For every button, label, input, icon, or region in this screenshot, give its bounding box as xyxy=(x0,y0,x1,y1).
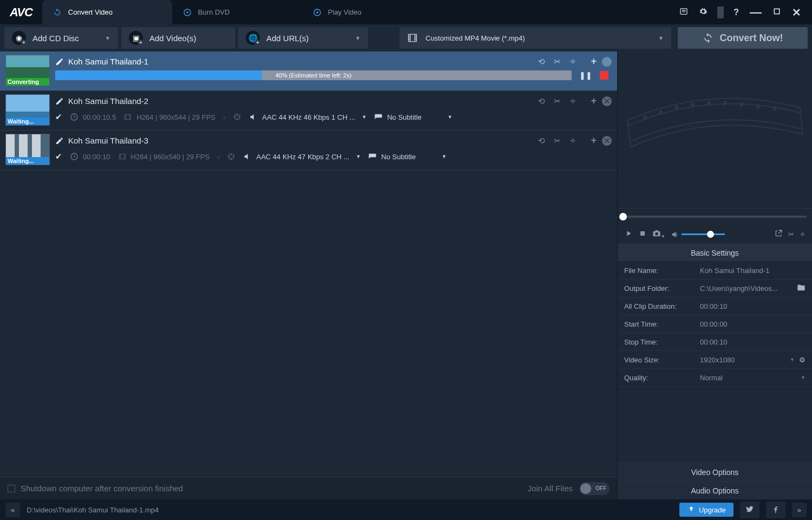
film-icon xyxy=(123,113,132,121)
add-icon[interactable]: + xyxy=(591,56,597,67)
output-folder-value[interactable]: C:\Users\yangh\Videos... xyxy=(700,284,797,292)
remove-icon[interactable]: ✕ xyxy=(602,136,612,146)
subtitle-icon xyxy=(368,152,377,161)
video-codec-menu[interactable] xyxy=(233,113,241,121)
next-button[interactable]: » xyxy=(792,503,807,517)
refresh-icon[interactable]: ⟲ xyxy=(538,96,545,106)
gear-icon[interactable] xyxy=(696,5,711,20)
edit-icon[interactable] xyxy=(55,57,64,66)
gear-icon[interactable]: ⚙ xyxy=(799,356,806,364)
button-label: Add CD Disc xyxy=(32,34,79,43)
film-icon xyxy=(407,32,418,43)
upgrade-button[interactable]: Upgrade xyxy=(679,503,734,517)
list-item[interactable]: Waiting... Koh Samui Thailand-2 ⟲ ✂ ✧ + … xyxy=(0,91,617,131)
play-button[interactable] xyxy=(624,229,633,239)
add-videos-button[interactable]: ▣ Add Video(s) xyxy=(121,27,235,49)
shutdown-checkbox[interactable] xyxy=(8,485,15,492)
volume-control[interactable] xyxy=(671,230,725,239)
refresh-icon xyxy=(53,8,62,17)
join-all-toggle[interactable]: OFF xyxy=(579,482,610,495)
video-codec-menu[interactable] xyxy=(227,152,235,161)
refresh-icon[interactable]: ⟲ xyxy=(538,57,545,67)
video-info: H264 | 960x540 | 29 FPS xyxy=(131,153,210,161)
cut-icon[interactable]: ✂ xyxy=(554,96,561,106)
volume-icon xyxy=(671,230,679,239)
button-label: Add Video(s) xyxy=(149,34,196,43)
video-size-select[interactable]: 1920x1080 xyxy=(700,356,790,364)
list-item[interactable]: Waiting... Koh Samui Thailand-3 ⟲ ✂ ✧ + … xyxy=(0,131,617,170)
start-time-value[interactable]: 00:00:00 xyxy=(700,320,806,328)
edit-icon[interactable] xyxy=(55,97,64,106)
svg-rect-21 xyxy=(659,110,663,115)
svg-point-16 xyxy=(231,154,232,155)
effects-icon[interactable]: ✧ xyxy=(800,230,806,238)
add-icon[interactable]: + xyxy=(591,95,597,107)
thumbnail: Waiting... xyxy=(5,94,50,126)
clock-icon xyxy=(70,152,78,161)
snapshot-button[interactable]: ▼ xyxy=(652,229,665,239)
options-icon[interactable] xyxy=(676,5,691,20)
checkmark-icon[interactable]: ✔ xyxy=(55,152,62,161)
quality-select[interactable]: Normal xyxy=(700,374,801,382)
audio-menu[interactable]: AAC 44 KHz 46 Kbps 1 CH ...▼ xyxy=(249,113,366,121)
subtitle-menu[interactable]: No Subtitle▼ xyxy=(374,113,453,121)
audio-menu[interactable]: AAC 44 KHz 47 Kbps 2 CH ...▼ xyxy=(243,152,361,161)
tab-label: Burn DVD xyxy=(198,8,230,16)
stop-button[interactable] xyxy=(600,71,608,80)
app-logo: AVC xyxy=(0,5,42,20)
preview-seekbar[interactable] xyxy=(618,209,812,225)
pause-button[interactable]: ❚❚ xyxy=(579,71,592,80)
browse-folder-icon[interactable] xyxy=(797,283,806,294)
cut-icon[interactable]: ✂ xyxy=(554,57,561,67)
cut-icon[interactable]: ✂ xyxy=(554,136,561,146)
chevron-down-icon: ▼ xyxy=(105,35,110,41)
checkmark-icon[interactable]: ✔ xyxy=(55,112,62,122)
shutdown-label: Shutdown computer after conversion finis… xyxy=(21,484,183,493)
progress-text: 40% (Estimated time left: 2s) xyxy=(55,70,572,80)
edit-icon[interactable] xyxy=(55,136,64,145)
refresh-icon[interactable]: ⟲ xyxy=(538,136,545,146)
prev-button[interactable]: « xyxy=(5,503,20,517)
help-icon[interactable]: ? xyxy=(730,5,742,20)
list-item[interactable]: Converting Koh Samui Thailand-1 ⟲ ✂ ✧ + xyxy=(0,51,617,91)
subtitle-info: No Subtitle xyxy=(381,153,416,161)
status-badge: Waiting... xyxy=(6,118,49,125)
remove-icon[interactable] xyxy=(602,57,612,67)
effects-icon[interactable]: ✧ xyxy=(569,136,577,146)
svg-rect-26 xyxy=(739,102,743,107)
maximize-icon[interactable] xyxy=(769,5,784,20)
speaker-icon xyxy=(243,152,252,161)
minimize-icon[interactable]: — xyxy=(746,3,765,22)
effects-icon[interactable]: ✧ xyxy=(569,57,577,67)
twitter-icon[interactable] xyxy=(740,502,759,518)
remove-icon[interactable]: ✕ xyxy=(602,96,612,106)
stop-time-value[interactable]: 00:00:10 xyxy=(700,338,806,346)
close-icon[interactable]: ✕ xyxy=(789,4,804,21)
facebook-icon[interactable] xyxy=(766,502,785,518)
svg-rect-25 xyxy=(723,101,727,106)
video-options-header[interactable]: Video Options xyxy=(618,463,812,481)
cut-icon[interactable]: ✂ xyxy=(788,230,794,238)
audio-options-header[interactable]: Audio Options xyxy=(618,481,812,499)
svg-point-17 xyxy=(229,156,230,157)
tab-convert-video[interactable]: Convert Video xyxy=(42,0,172,24)
tab-play-video[interactable]: Play Video xyxy=(302,0,432,24)
svg-rect-24 xyxy=(707,101,711,106)
add-icon[interactable]: + xyxy=(591,135,597,146)
effects-icon[interactable]: ✧ xyxy=(569,96,577,106)
svg-point-9 xyxy=(237,115,238,116)
svg-rect-28 xyxy=(772,106,776,111)
progress-bar: 40% (Estimated time left: 2s) xyxy=(55,70,572,80)
file-name-value[interactable]: Koh Samui Thailand-1 xyxy=(700,266,806,275)
sync-icon xyxy=(703,32,713,43)
clock-icon xyxy=(70,113,78,121)
output-profile-selector[interactable]: Customized MP4 Movie (*.mp4) ▼ xyxy=(400,27,671,49)
add-urls-button[interactable]: 🌐 Add URL(s) ▼ xyxy=(238,27,368,49)
button-label: Add URL(s) xyxy=(266,34,309,43)
subtitle-menu[interactable]: No Subtitle▼ xyxy=(368,152,447,161)
convert-now-button[interactable]: Convert Now! xyxy=(678,27,808,49)
stop-button[interactable] xyxy=(638,229,647,239)
tab-burn-dvd[interactable]: Burn DVD xyxy=(172,0,302,24)
add-cd-disc-button[interactable]: ◉ Add CD Disc ▼ xyxy=(4,27,118,49)
popout-icon[interactable] xyxy=(774,229,783,239)
